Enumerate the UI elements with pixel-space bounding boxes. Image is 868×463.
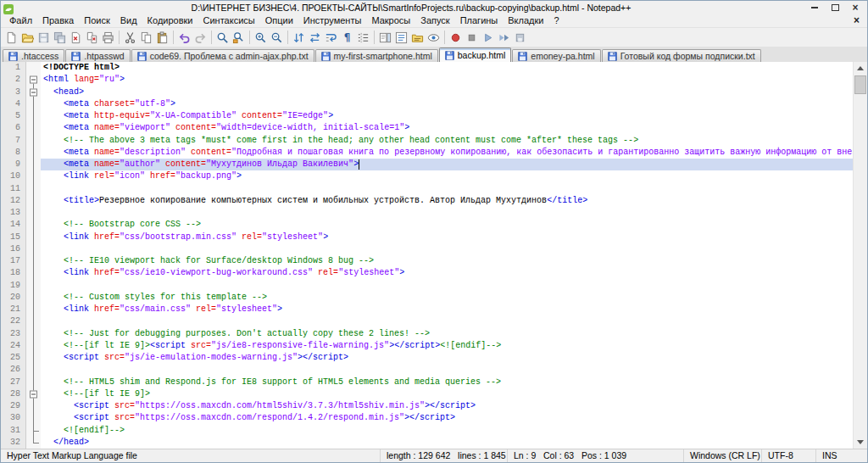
save-all-button[interactable] (52, 29, 68, 46)
print-button[interactable] (100, 29, 116, 46)
code-text[interactable] (41, 315, 853, 327)
cut-button[interactable] (122, 29, 138, 46)
function-list-button[interactable] (393, 29, 409, 46)
editor-line[interactable]: 18 <link href="css/ie10-viewport-bug-wor… (1, 267, 853, 279)
code-text[interactable]: <!-- Just for debugging purposes. Don't … (41, 328, 853, 340)
menu-item-3[interactable]: Вид (115, 14, 142, 28)
stop-macro-button[interactable] (464, 29, 480, 46)
editor-line[interactable]: 10 <link rel="icon" href="backup.png"> (1, 170, 853, 182)
code-text[interactable]: <head> (41, 86, 853, 98)
editor-line[interactable]: 4 <meta charset="utf-8"> (1, 98, 853, 110)
fold-collapse-toggle[interactable] (30, 76, 37, 84)
code-text[interactable]: <!-- The above 3 meta tags *must* come f… (41, 135, 853, 147)
zoom-out-button[interactable] (269, 29, 285, 46)
tab-3[interactable]: my-first-smartphone.html (315, 49, 438, 62)
wrap-button[interactable] (323, 29, 339, 46)
close-all-button[interactable] (84, 29, 100, 46)
editor-line[interactable]: 22 (1, 315, 853, 327)
vertical-scrollbar[interactable] (853, 62, 867, 449)
editor-line[interactable]: 8 <meta name="description" content="Подр… (1, 147, 853, 159)
code-text[interactable]: <html lang="ru"> (41, 74, 853, 86)
show-all-chars-button[interactable]: ¶ (339, 29, 355, 46)
code-text[interactable]: <meta name="description" content="Подроб… (41, 147, 853, 159)
minimize-button[interactable] (805, 2, 824, 13)
editor-line[interactable]: 21 <link href="css/main.css" rel="styles… (1, 304, 853, 315)
tab-5[interactable]: emoney-pa.html (512, 49, 600, 62)
code-text[interactable]: <link href="css/ie10-viewport-bug-workar… (41, 267, 853, 279)
code-text[interactable]: <!--[if lt IE 9]> (41, 388, 853, 400)
zoom-in-button[interactable] (253, 29, 269, 46)
doc-map-button[interactable] (377, 29, 393, 46)
close-button[interactable]: × (846, 2, 865, 13)
code-text[interactable] (41, 364, 853, 376)
folder-workspace-button[interactable] (409, 29, 426, 46)
code-text[interactable]: <meta name="viewport" content="width=dev… (41, 122, 853, 134)
editor-line[interactable]: 20 <!-- Custom styles for this template … (1, 292, 853, 304)
record-macro-button[interactable] (448, 29, 464, 46)
tab-4[interactable]: backup.html (439, 47, 512, 62)
editor-line[interactable]: 24 <!--[if lt IE 9]><script src="js/ie8-… (1, 340, 853, 352)
menubar-close-button[interactable]: × (846, 14, 867, 28)
code-text[interactable] (41, 183, 853, 195)
sync-h-button[interactable] (307, 29, 323, 46)
editor-line[interactable]: 1<!DOCTYPE html> (1, 62, 853, 74)
editor-line[interactable]: 28 <!--[if lt IE 9]> (1, 388, 853, 400)
menu-item-0[interactable]: Файл (4, 14, 37, 28)
menu-item-1[interactable]: Правка (37, 14, 79, 28)
code-text[interactable]: <script src="js/ie-emulation-modes-warni… (41, 352, 853, 364)
save-macro-button[interactable] (512, 29, 528, 46)
sync-v-button[interactable] (291, 29, 307, 46)
code-editor[interactable]: 1<!DOCTYPE html>2<html lang="ru">3 <head… (1, 62, 853, 449)
menu-item-11[interactable]: Вкладки (503, 14, 548, 28)
play-macro-button[interactable] (480, 29, 496, 46)
save-button[interactable] (36, 29, 52, 46)
menu-item-7[interactable]: Инструменты (298, 14, 367, 28)
play-multi-button[interactable] (496, 29, 512, 46)
code-text[interactable]: <link rel="icon" href="backup.png"> (41, 170, 853, 182)
code-text[interactable]: <link href="css/bootstrap.min.css" rel="… (41, 232, 853, 243)
editor-line[interactable]: 23 <!-- Just for debugging purposes. Don… (1, 328, 853, 340)
menu-item-5[interactable]: Синтаксисы (198, 14, 260, 28)
code-text[interactable]: <meta http-equiv="X-UA-Compatible" conte… (41, 110, 853, 122)
code-text[interactable]: <!-- Bootstrap core CSS --> (41, 219, 853, 231)
editor-line[interactable]: 25 <script src="js/ie-emulation-modes-wa… (1, 352, 853, 364)
close-button[interactable] (68, 29, 84, 46)
code-text[interactable]: <!-- Custom styles for this template --> (41, 292, 853, 304)
code-text[interactable]: <!-- HTML5 shim and Respond.js for IE8 s… (41, 377, 853, 388)
scroll-up-button[interactable] (854, 62, 867, 75)
scroll-down-button[interactable] (854, 436, 867, 449)
editor-line[interactable]: 19 (1, 280, 853, 292)
status-eol-format[interactable]: Windows (CR LF) (684, 449, 762, 462)
tab-2[interactable]: code69. Проблема с admin-ajax.php.txt (131, 49, 314, 62)
menu-item-10[interactable]: Плагины (455, 14, 504, 28)
fold-collapse-toggle[interactable] (30, 390, 37, 398)
tab-1[interactable]: .htpasswd (65, 49, 130, 62)
code-text[interactable]: <!--[if lt IE 9]><script src="js/ie8-res… (41, 340, 853, 352)
copy-button[interactable] (138, 29, 154, 46)
code-text[interactable]: <!DOCTYPE html> (41, 62, 853, 74)
editor-line[interactable]: 14 <!-- Bootstrap core CSS --> (1, 219, 853, 231)
status-encoding[interactable]: UTF-8 (762, 449, 816, 462)
editor-line[interactable]: 3 <head> (1, 86, 853, 98)
code-text[interactable]: <link href="css/main.css" rel="styleshee… (41, 304, 853, 315)
redo-button[interactable] (192, 29, 209, 46)
code-text[interactable]: <script src="https://oss.maxcdn.com/html… (41, 400, 853, 412)
new-button[interactable] (3, 29, 19, 46)
fold-collapse-toggle[interactable] (30, 88, 37, 96)
menu-item-6[interactable]: Опции (260, 14, 298, 28)
editor-line[interactable]: 15 <link href="css/bootstrap.min.css" re… (1, 232, 853, 243)
editor-line[interactable]: 9 <meta name="author" content="Мухутдино… (1, 159, 853, 170)
undo-button[interactable] (176, 29, 192, 46)
status-insert-mode[interactable]: INS (816, 449, 867, 462)
editor-line[interactable]: 29 <script src="https://oss.maxcdn.com/h… (1, 400, 853, 412)
editor-line[interactable]: 16 (1, 243, 853, 255)
editor-line[interactable]: 11 (1, 183, 853, 195)
editor-line[interactable]: 30 <script src="https://oss.maxcdn.com/r… (1, 412, 853, 424)
open-button[interactable] (19, 29, 36, 46)
code-text[interactable] (41, 243, 853, 255)
tab-0[interactable]: .htaccess (3, 49, 64, 62)
indent-guide-button[interactable] (355, 29, 371, 46)
scroll-thumb[interactable] (854, 75, 866, 94)
editor-line[interactable]: 12 <title>Резервное копирование компьюте… (1, 195, 853, 207)
menu-item-9[interactable]: Запуск (415, 14, 454, 28)
